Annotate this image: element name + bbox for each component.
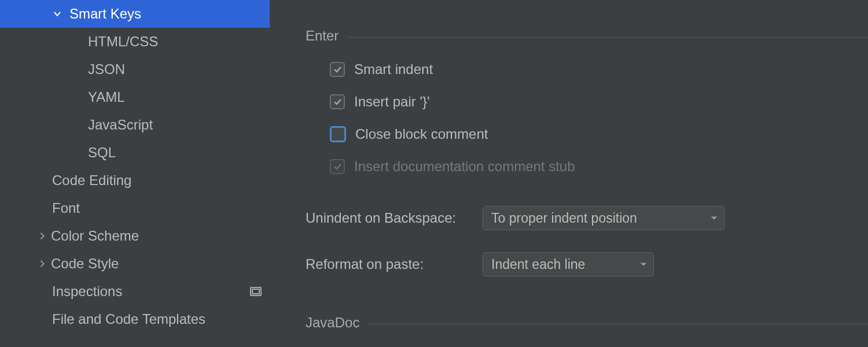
select-value: To proper indent position bbox=[491, 211, 637, 226]
sidebar-item-yaml[interactable]: YAML bbox=[0, 83, 270, 111]
option-label: Close block comment bbox=[355, 126, 488, 142]
settings-sidebar: Smart Keys HTML/CSS JSON YAML JavaScript… bbox=[0, 0, 270, 347]
sidebar-item-label: File and Code Templates bbox=[52, 311, 205, 327]
sidebar-item-inspections[interactable]: Inspections bbox=[0, 278, 270, 305]
sidebar-item-label: Inspections bbox=[52, 283, 122, 300]
sidebar-item-label: Smart Keys bbox=[69, 6, 141, 22]
divider bbox=[347, 37, 868, 38]
form-label: Unindent on Backspace: bbox=[306, 210, 483, 226]
sidebar-item-smart-keys[interactable]: Smart Keys bbox=[0, 0, 270, 28]
section-title: Enter bbox=[306, 28, 339, 44]
select-reformat-paste[interactable]: Indent each line bbox=[483, 252, 654, 276]
sidebar-item-label: SQL bbox=[88, 145, 116, 161]
section-header-enter: Enter bbox=[306, 28, 868, 44]
sidebar-item-code-editing[interactable]: Code Editing bbox=[0, 167, 270, 194]
form-label: Reformat on paste: bbox=[306, 256, 483, 272]
sidebar-item-label: Code Editing bbox=[52, 172, 131, 189]
option-close-block-comment[interactable]: Close block comment bbox=[330, 126, 868, 142]
settings-panel: Enter Smart indent Insert pair '}' C bbox=[270, 0, 868, 347]
option-insert-pair-brace[interactable]: Insert pair '}' bbox=[330, 94, 868, 110]
sidebar-item-label: YAML bbox=[88, 89, 125, 105]
sidebar-item-label: Code Style bbox=[51, 256, 119, 272]
sidebar-item-javascript[interactable]: JavaScript bbox=[0, 111, 270, 139]
section-title: JavaDoc bbox=[306, 315, 359, 331]
sidebar-item-sql[interactable]: SQL bbox=[0, 139, 270, 167]
option-label: Insert pair '}' bbox=[354, 94, 430, 110]
select-value: Indent each line bbox=[491, 257, 585, 272]
sidebar-item-json[interactable]: JSON bbox=[0, 56, 270, 83]
chevron-right-icon bbox=[34, 260, 51, 268]
row-reformat-paste: Reformat on paste: Indent each line bbox=[306, 252, 868, 276]
option-smart-indent[interactable]: Smart indent bbox=[330, 61, 868, 77]
chevron-down-icon bbox=[639, 260, 648, 268]
divider bbox=[367, 324, 868, 324]
sidebar-item-html-css[interactable]: HTML/CSS bbox=[0, 28, 270, 56]
option-label: Smart indent bbox=[354, 61, 433, 77]
chevron-down-icon bbox=[710, 214, 718, 222]
sidebar-item-font[interactable]: Font bbox=[0, 194, 270, 222]
sidebar-item-color-scheme[interactable]: Color Scheme bbox=[0, 222, 270, 250]
sidebar-item-code-style[interactable]: Code Style bbox=[0, 250, 270, 278]
checkbox[interactable] bbox=[330, 126, 346, 142]
checkbox[interactable] bbox=[330, 94, 345, 109]
sidebar-item-label: JSON bbox=[88, 61, 125, 77]
chevron-right-icon bbox=[34, 232, 51, 240]
select-unindent-backspace[interactable]: To proper indent position bbox=[483, 206, 724, 230]
section-header-javadoc: JavaDoc bbox=[306, 315, 868, 331]
row-unindent-backspace: Unindent on Backspace: To proper indent … bbox=[306, 206, 868, 230]
enter-options: Smart indent Insert pair '}' Close block… bbox=[330, 61, 868, 175]
chevron-down-icon bbox=[49, 9, 66, 19]
form-rows: Unindent on Backspace: To proper indent … bbox=[306, 206, 868, 276]
sidebar-item-label: Font bbox=[52, 200, 80, 216]
profile-badge-icon bbox=[250, 287, 262, 296]
checkbox bbox=[330, 159, 345, 174]
sidebar-item-label: JavaScript bbox=[88, 117, 153, 133]
option-insert-doc-stub: Insert documentation comment stub bbox=[330, 158, 868, 175]
option-label: Insert documentation comment stub bbox=[354, 158, 575, 175]
checkbox[interactable] bbox=[330, 62, 345, 77]
sidebar-item-label: Color Scheme bbox=[51, 228, 139, 244]
sidebar-item-file-templates[interactable]: File and Code Templates bbox=[0, 305, 270, 333]
sidebar-item-label: HTML/CSS bbox=[88, 34, 158, 50]
